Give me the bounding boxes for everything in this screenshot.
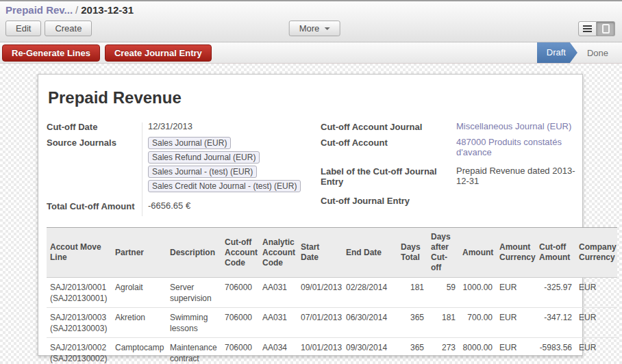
- cell-partner: Agrolait: [112, 278, 166, 308]
- cell-company-currency: EUR: [575, 278, 617, 308]
- cell-days-after: 273: [427, 338, 459, 364]
- breadcrumb-separator: /: [73, 4, 81, 16]
- status-step-done[interactable]: Done: [577, 48, 617, 58]
- list-view-button[interactable]: [578, 21, 597, 36]
- field-cutoff-journal-entry: Cut-off Journal Entry: [321, 195, 583, 206]
- cell-cutoff-amount: -347.12: [536, 308, 575, 338]
- col-header-move-line[interactable]: Accout Move Line: [47, 228, 112, 278]
- cell-start-date: 09/01/2013: [297, 278, 343, 308]
- cell-move-line: SAJ/2013/0002 (SAJ20130002): [47, 338, 112, 364]
- form-fields: Cut-off Date 12/31/2013 Source Journals …: [47, 121, 582, 216]
- form-sheet: Prepaid Revenue Cut-off Date 12/31/2013 …: [38, 74, 583, 356]
- col-header-end-date[interactable]: End Date: [343, 228, 397, 278]
- col-header-cutoff-account-code[interactable]: Cut-off Account Code: [221, 228, 259, 278]
- field-label: Cut-off Account: [321, 137, 456, 157]
- cell-cutoff-code: 706000: [221, 338, 259, 364]
- field-cutoff-date: Cut-off Date 12/31/2013: [47, 121, 321, 132]
- col-header-start-date[interactable]: Start Date: [297, 228, 343, 278]
- cell-cutoff-amount: -325.97: [536, 278, 575, 308]
- top-toolbar: Prepaid Rev.../2013-12-31 Edit Create Mo…: [0, 0, 622, 42]
- form-group-left: Cut-off Date 12/31/2013 Source Journals …: [47, 121, 321, 216]
- field-label: Cut-off Date: [47, 121, 142, 132]
- field-value: -6656.65 €: [142, 200, 190, 211]
- field-cutoff-account: Cut-off Account 487000 Produits constaté…: [321, 137, 583, 157]
- cell-days-total: 365: [397, 338, 427, 364]
- col-header-description[interactable]: Description: [166, 228, 221, 278]
- col-header-days-total[interactable]: Days Total: [397, 228, 427, 278]
- field-value: Prepaid Revenue dated 2013-12-31: [456, 166, 583, 187]
- breadcrumb-parent-link[interactable]: Prepaid Rev...: [5, 4, 73, 16]
- cell-description: Maintenance contract: [166, 338, 221, 364]
- cell-amount-currency: EUR: [496, 338, 536, 364]
- col-header-amount[interactable]: Amount: [459, 228, 496, 278]
- cell-partner: Camptocamp: [112, 338, 166, 364]
- col-header-amount-currency[interactable]: Amount Currency: [496, 228, 536, 278]
- source-journals-tags: Sales Journal (EUR) Sales Refund Journal…: [148, 137, 321, 192]
- cell-analytic-code: AA034: [259, 338, 297, 364]
- more-button-label: More: [299, 23, 320, 34]
- col-header-days-after-cutoff[interactable]: Days after Cut-off: [427, 228, 459, 278]
- journal-tag: Sales Journal - (test) (EUR): [148, 166, 257, 178]
- page-background: Prepaid Revenue Cut-off Date 12/31/2013 …: [0, 64, 622, 356]
- table-row[interactable]: SAJ/2013/0002 (SAJ20130002) Camptocamp M…: [47, 338, 617, 364]
- cell-amount: 700.00: [459, 308, 496, 338]
- cell-move-line: SAJ/2013/0001 (SAJ20130001): [47, 278, 112, 308]
- cell-analytic-code: AA031: [259, 278, 297, 308]
- create-button[interactable]: Create: [45, 21, 92, 36]
- cell-end-date: 02/28/2014: [343, 278, 397, 308]
- field-source-journals: Source Journals Sales Journal (EUR) Sale…: [47, 137, 321, 192]
- table-row[interactable]: SAJ/2013/0001 (SAJ20130001) Agrolait Ser…: [47, 278, 617, 308]
- view-switcher: [578, 21, 615, 36]
- cell-days-after: 181: [427, 308, 459, 338]
- cell-cutoff-amount: -5983.56: [536, 338, 575, 364]
- page-title: Prepaid Revenue: [48, 88, 582, 107]
- table-header-row: Accout Move Line Partner Description Cut…: [47, 228, 617, 278]
- field-cutoff-account-journal: Cut-off Account Journal Miscellaneous Jo…: [321, 121, 583, 132]
- cell-start-date: 07/01/2013: [297, 308, 343, 338]
- cell-days-total: 181: [397, 278, 427, 308]
- cell-amount-currency: EUR: [496, 278, 536, 308]
- cutoff-account-journal-link[interactable]: Miscellaneous Journal (EUR): [456, 121, 583, 132]
- create-journal-entry-button[interactable]: Create Journal Entry: [105, 44, 212, 62]
- field-value: 12/31/2013: [142, 121, 192, 132]
- table-row[interactable]: SAJ/2013/0003 (SAJ20130003) Akretion Swi…: [47, 308, 617, 338]
- field-journal-entry-label: Label of the Cut-off Journal Entry Prepa…: [321, 166, 583, 187]
- toolbar-row: Edit Create More: [0, 16, 622, 36]
- cell-amount: 8000.00: [459, 338, 496, 364]
- form-group-right: Cut-off Account Journal Miscellaneous Jo…: [321, 121, 583, 216]
- field-label: Source Journals: [47, 137, 142, 192]
- cell-days-total: 365: [397, 308, 427, 338]
- field-label: Cut-off Journal Entry: [321, 195, 456, 206]
- journal-tag: Sales Credit Note Journal - (test) (EUR): [148, 180, 301, 192]
- field-label: Total Cut-off Amount: [47, 200, 142, 211]
- edit-button[interactable]: Edit: [5, 21, 41, 36]
- status-step-draft[interactable]: Draft: [537, 42, 577, 63]
- cell-company-currency: EUR: [575, 308, 617, 338]
- cell-analytic-code: AA031: [259, 308, 297, 338]
- col-header-analytic-account-code[interactable]: Analytic Account Code: [259, 228, 297, 278]
- col-header-company-currency[interactable]: Company Currency: [575, 228, 617, 278]
- regenerate-lines-button[interactable]: Re-Generate Lines: [2, 44, 100, 62]
- form-icon: [602, 24, 610, 34]
- cell-end-date: 09/30/2014: [343, 338, 397, 364]
- breadcrumb-current: 2013-12-31: [81, 4, 134, 16]
- cell-days-after: 59: [427, 278, 459, 308]
- statusbar: Draft Done: [537, 42, 617, 63]
- action-statusbar: Re-Generate Lines Create Journal Entry D…: [0, 42, 622, 64]
- cutoff-account-link[interactable]: 487000 Produits constatés d'avance: [456, 137, 583, 157]
- cell-cutoff-code: 706000: [221, 278, 259, 308]
- field-value: [456, 195, 583, 206]
- field-total-cutoff-amount: Total Cut-off Amount -6656.65 €: [47, 200, 321, 211]
- cell-amount-currency: EUR: [496, 308, 536, 338]
- field-label: Label of the Cut-off Journal Entry: [321, 166, 456, 187]
- breadcrumb: Prepaid Rev.../2013-12-31: [0, 1, 622, 16]
- cell-company-currency: EUR: [575, 338, 617, 364]
- journal-tag: Sales Refund Journal (EUR): [148, 151, 260, 164]
- cutoff-lines-table: Accout Move Line Partner Description Cut…: [47, 227, 582, 364]
- caret-down-icon: [324, 27, 329, 30]
- col-header-cutoff-amount[interactable]: Cut-off Amount: [536, 228, 575, 278]
- cell-move-line: SAJ/2013/0003 (SAJ20130003): [47, 308, 112, 338]
- col-header-partner[interactable]: Partner: [112, 228, 166, 278]
- form-view-button[interactable]: [597, 21, 615, 36]
- more-button[interactable]: More: [289, 21, 340, 36]
